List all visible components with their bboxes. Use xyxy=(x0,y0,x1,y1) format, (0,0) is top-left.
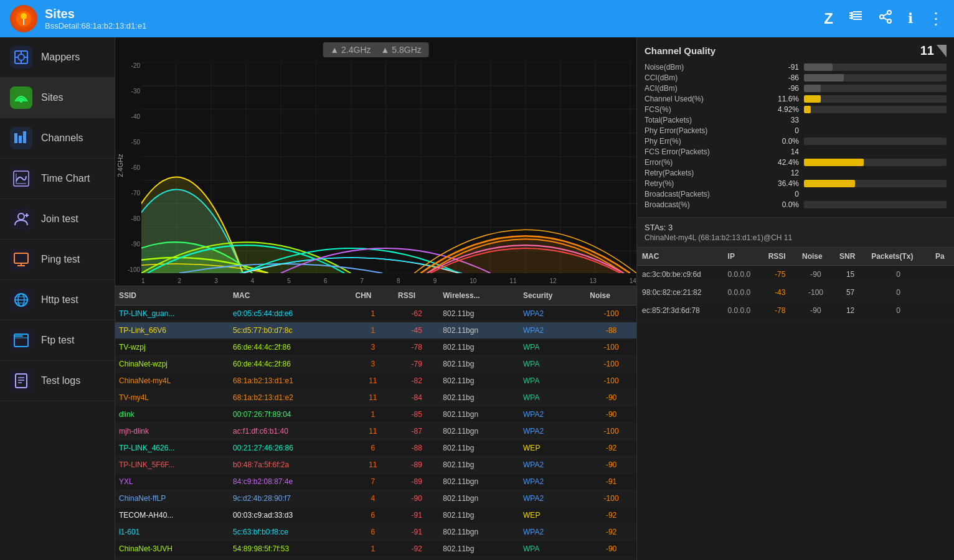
sta-cell-snr: 12 xyxy=(834,302,866,320)
sidebar-label-httptest: Http test xyxy=(41,294,78,306)
cell-wireless: 802.11bgn xyxy=(439,406,519,423)
z-icon[interactable]: Z xyxy=(824,10,833,27)
table-row[interactable]: TP-LINK_5F6F... b0:48:7a:5f:6f:2a 11 -89… xyxy=(115,457,636,474)
sta-section: STAs: 3 ChinaNet-my4L (68:1a:b2:13:d1:e1… xyxy=(637,218,954,560)
mappers-icon xyxy=(10,46,32,68)
equalizer-icon[interactable] xyxy=(848,9,863,28)
freq-24ghz[interactable]: ▲ 2.4GHz xyxy=(330,45,371,55)
sta-table-row[interactable]: 98:0c:82:ce:21:82 0.0.0.0 -43 -100 57 0 xyxy=(637,284,954,302)
table-row[interactable]: YXL 84:c9:b2:08:87:4e 7 -89 802.11bgn WP… xyxy=(115,474,636,490)
cell-rssi: -91 xyxy=(394,524,439,541)
cell-security: WPA2 xyxy=(519,457,586,474)
table-row[interactable]: uijin 410 bc:d1:77:fc:6d:54 1 -95 802.11… xyxy=(115,558,636,561)
sta-table-row[interactable]: ec:85:2f:3d:6d:78 0.0.0.0 -78 -90 12 0 xyxy=(637,302,954,320)
sta-table: MAC IP RSSI Noise SNR Packets(Tx) Pa ac:… xyxy=(637,248,954,320)
svg-point-14 xyxy=(880,15,884,19)
table-row[interactable]: TP-LINK_guan... e0:05:c5:44:dd:e6 1 -62 … xyxy=(115,306,636,322)
sidebar-item-timechart[interactable]: Time Chart xyxy=(0,159,115,199)
sidebar-item-sites[interactable]: Sites xyxy=(0,78,115,118)
cq-bar-container xyxy=(804,138,947,145)
cell-wireless: 802.11bg xyxy=(439,339,519,356)
header-actions: Z ℹ ⋮ xyxy=(824,9,944,29)
sidebar-item-httptest[interactable]: Http test xyxy=(0,280,115,320)
table-row[interactable]: TECOM-AH40... 00:03:c9:ad:33:d3 6 -91 80… xyxy=(115,507,636,524)
table-row[interactable]: dlink 00:07:26:7f:89:04 1 -85 802.11bgn … xyxy=(115,406,636,423)
info-icon[interactable]: ℹ xyxy=(908,11,913,27)
col-rssi: RSSI xyxy=(394,286,439,306)
cq-bar xyxy=(804,180,855,187)
col-ssid: SSID xyxy=(115,286,229,306)
cell-ssid: TP-LINK_5F6F... xyxy=(115,457,229,474)
cq-bar-container xyxy=(804,74,947,82)
sidebar-item-ftptest[interactable]: Ftp test xyxy=(0,320,115,361)
svg-marker-73 xyxy=(937,45,947,57)
sta-cell-packets-tx: 0 xyxy=(866,284,930,302)
table-row[interactable]: ChinaNet-wzpj 60:de:44:4c:2f:86 3 -79 80… xyxy=(115,356,636,373)
cq-bar-container xyxy=(804,106,947,113)
cell-noise: -90 xyxy=(586,406,636,423)
cell-ssid: TP-Link_66V6 xyxy=(115,322,229,339)
sta-table-row[interactable]: ac:3c:0b:be:c9:6d 0.0.0.0 -75 -90 15 0 xyxy=(637,266,954,284)
cell-noise: -90 xyxy=(586,457,636,474)
table-row[interactable]: TP-Link_66V6 5c:d5:77:b0:d7:8c 1 -45 802… xyxy=(115,322,636,339)
cq-row-label: Channel Used(%) xyxy=(645,95,757,103)
sta-table-header: MAC IP RSSI Noise SNR Packets(Tx) Pa xyxy=(637,248,954,266)
cell-noise: -100 xyxy=(586,423,636,440)
cq-row-label: Retry(%) xyxy=(645,179,757,188)
cq-row-label: Broadcast(Packets) xyxy=(645,190,757,198)
share-icon[interactable] xyxy=(878,9,893,28)
cell-wireless: 802.11bg xyxy=(439,507,519,524)
cq-row: Total(Packets) 33 xyxy=(645,116,947,124)
cell-rssi: -88 xyxy=(394,440,439,457)
app-logo xyxy=(10,5,37,32)
cell-mac: ac:f1:df:c6:b1:40 xyxy=(229,423,351,440)
freq-toggle[interactable]: ▲ 2.4GHz ▲ 5.8GHz xyxy=(323,42,429,57)
cell-security: WPA2 xyxy=(519,306,586,322)
table-row[interactable]: l1-601 5c:63:bf:b0:f8:ce 6 -91 802.11bgn… xyxy=(115,524,636,541)
channel-chart: ▲ 2.4GHz ▲ 5.8GHz -20 -30 -40 -50 -60 -7… xyxy=(115,37,636,286)
network-table: SSID MAC CHN RSSI Wireless... Security N… xyxy=(115,286,636,560)
pingtest-icon xyxy=(10,248,32,271)
cell-security: WPA2 xyxy=(519,524,586,541)
sta-cell-snr: 15 xyxy=(834,266,866,284)
svg-rect-25 xyxy=(14,133,17,143)
cell-security: WEP xyxy=(519,440,586,457)
cell-rssi: -62 xyxy=(394,306,439,322)
table-row[interactable]: mjh-dlink ac:f1:df:c6:b1:40 11 -87 802.1… xyxy=(115,423,636,440)
sidebar-label-ftptest: Ftp test xyxy=(41,335,74,346)
cq-row-label: Retry(Packets) xyxy=(645,169,757,177)
sites-icon xyxy=(10,86,32,109)
main-layout: Mappers Sites Channels xyxy=(0,37,954,560)
sidebar-item-jointest[interactable]: Join test xyxy=(0,199,115,240)
table-row[interactable]: ChinaNet-ffLP 9c:d2:4b:28:90:f7 4 -90 80… xyxy=(115,490,636,507)
table-row[interactable]: ChinaNet-my4L 68:1a:b2:13:d1:e1 11 -82 8… xyxy=(115,373,636,390)
cell-mac: bc:d1:77:fc:6d:54 xyxy=(229,558,351,561)
cell-mac: 5c:d5:77:b0:d7:8c xyxy=(229,322,351,339)
sta-cell-pa xyxy=(930,266,954,284)
band-label: 2.4GHz xyxy=(116,154,124,177)
table-row[interactable]: TP-LINK_4626... 00:21:27:46:26:86 6 -88 … xyxy=(115,440,636,457)
app-name: Sites xyxy=(45,7,146,21)
svg-rect-7 xyxy=(853,16,862,17)
cq-row: Retry(Packets) 12 xyxy=(645,169,947,177)
freq-58ghz[interactable]: ▲ 5.8GHz xyxy=(381,45,422,55)
table-row[interactable]: TV-wzpj 66:de:44:4c:2f:86 3 -78 802.11bg… xyxy=(115,339,636,356)
sta-cell-snr: 57 xyxy=(834,284,866,302)
ftptest-icon xyxy=(10,329,32,352)
more-icon[interactable]: ⋮ xyxy=(928,9,944,29)
table-row[interactable]: TV-my4L 68:1a:b2:13:d1:e2 11 -84 802.11b… xyxy=(115,390,636,406)
sidebar-item-testlogs[interactable]: Test logs xyxy=(0,361,115,401)
header-title: Sites BssDetail:68:1a:b2:13:d1:e1 xyxy=(45,7,146,30)
sidebar-item-mappers[interactable]: Mappers xyxy=(0,37,115,78)
sta-cell-rssi: -75 xyxy=(763,266,797,284)
cell-wireless: 802.11bgn xyxy=(439,524,519,541)
app-subtitle: BssDetail:68:1a:b2:13:d1:e1 xyxy=(45,21,146,30)
cq-row-label: Phy Error(Packets) xyxy=(645,126,757,135)
cq-row: Phy Err(%) 0.0% xyxy=(645,137,947,146)
cq-bar xyxy=(804,85,821,92)
cell-chn: 1 xyxy=(352,558,395,561)
sidebar-item-pingtest[interactable]: Ping test xyxy=(0,240,115,280)
table-row[interactable]: ChinaNet-3UVH 54:89:98:5f:7f:53 1 -92 80… xyxy=(115,541,636,558)
sidebar-item-channels[interactable]: Channels xyxy=(0,118,115,159)
cell-security: WPA2 xyxy=(519,474,586,490)
